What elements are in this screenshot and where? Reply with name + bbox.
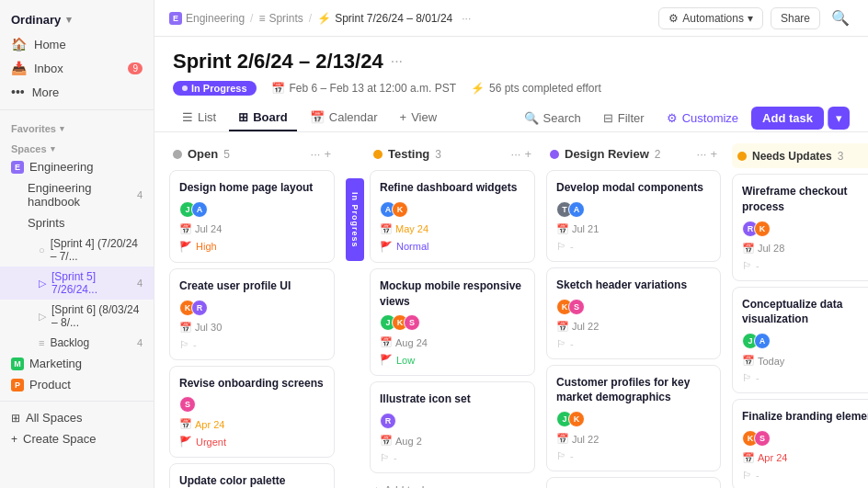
cal-icon: 📅 bbox=[742, 355, 755, 367]
share-button[interactable]: Share bbox=[771, 7, 820, 29]
sidebar-item-sprint6[interactable]: ▷ [Sprint 6] (8/03/24 – 8/... bbox=[0, 300, 154, 333]
app-name[interactable]: Ordinary ▾ bbox=[0, 7, 154, 32]
page-title-menu[interactable]: ··· bbox=[391, 53, 403, 70]
design-review-add-icon[interactable]: + bbox=[710, 147, 717, 161]
breadcrumb-sprints[interactable]: ≡ Sprints bbox=[258, 12, 303, 25]
eng-handbook-label: Engineering handbook bbox=[28, 181, 131, 209]
app-chevron: ▾ bbox=[66, 14, 72, 26]
cal-icon: 📅 bbox=[556, 321, 569, 333]
filter-label: Filter bbox=[618, 111, 645, 125]
cal-icon: 📅 bbox=[742, 452, 755, 464]
effort-meta: ⚡ 56 pts completed effort bbox=[471, 82, 601, 95]
calendar-tab-label: Calendar bbox=[329, 110, 378, 124]
testing-add-task[interactable]: + Add task bbox=[370, 479, 535, 488]
avatar-group: J A bbox=[742, 333, 771, 349]
avatar-group: R K bbox=[742, 221, 771, 237]
filter-action[interactable]: ⊟ Filter bbox=[594, 107, 654, 130]
sidebar-item-engineering[interactable]: E Engineering bbox=[0, 156, 154, 177]
needs-updates-count: 3 bbox=[838, 150, 844, 163]
design-review-menu-icon[interactable]: ··· bbox=[697, 147, 707, 161]
card-date: 📅 Today bbox=[742, 355, 868, 367]
view-tab-label: View bbox=[411, 110, 437, 124]
card-mobile-responsive[interactable]: Mockup mobile responsive views J K S 📅 A… bbox=[370, 268, 535, 377]
sidebar-item-inbox[interactable]: 📥 Inbox 9 bbox=[0, 56, 154, 80]
column-needs-updates: Needs Updates 3 ··· + Wireframe checkout… bbox=[732, 143, 868, 477]
sidebar-item-backlog[interactable]: ≡ Backlog 4 bbox=[0, 333, 154, 353]
sidebar-item-create-space[interactable]: + Create Space bbox=[0, 428, 154, 449]
flag-icon: 🚩 bbox=[179, 241, 192, 253]
card-meta: J K S bbox=[380, 314, 525, 331]
avatar-group: K S bbox=[742, 430, 771, 447]
open-dot bbox=[173, 150, 182, 159]
in-progress-badge: In Progress bbox=[173, 81, 257, 96]
card-data-visualization[interactable]: Conceptualize data visualization J A 📅 T… bbox=[732, 287, 868, 394]
app-title: Ordinary bbox=[11, 13, 61, 27]
search-button[interactable]: 🔍 bbox=[828, 6, 853, 30]
card-wireframe-checkout[interactable]: Wireframe checkout process R K 📅 Jul 28 … bbox=[732, 174, 868, 281]
automations-button[interactable]: ⚙ Automations ▾ bbox=[658, 7, 763, 29]
design-review-title: Design Review bbox=[565, 147, 649, 161]
open-add-icon[interactable]: + bbox=[324, 147, 331, 161]
flag-icon: 🏳 bbox=[742, 260, 752, 271]
open-column-actions[interactable]: ··· + bbox=[311, 147, 331, 161]
breadcrumb-engineering[interactable]: E Engineering bbox=[169, 12, 245, 25]
sidebar-item-home[interactable]: 🏠 Home bbox=[0, 32, 154, 56]
tab-view[interactable]: + View bbox=[391, 105, 447, 131]
sidebar-item-eng-handbook[interactable]: Engineering handbook 4 bbox=[0, 177, 154, 212]
avatar-2: K bbox=[392, 201, 408, 218]
card-icon-set[interactable]: Illustrate icon set R 📅 Aug 2 🏳 - bbox=[370, 381, 535, 473]
flag-icon: 🏳 bbox=[556, 338, 566, 349]
add-task-caret-button[interactable]: ▾ bbox=[828, 107, 850, 130]
board-tab-icon: ⊞ bbox=[238, 110, 248, 124]
testing-column-actions[interactable]: ··· + bbox=[511, 147, 531, 161]
sidebar-item-more[interactable]: ••• More bbox=[0, 80, 154, 104]
card-modal-components[interactable]: Develop modal components T A 📅 Jul 21 🏳 … bbox=[546, 170, 721, 262]
breadcrumb-sprint-current[interactable]: ⚡ Sprint 7/26/24 – 8/01/24 bbox=[317, 12, 452, 25]
tab-list[interactable]: ☰ List bbox=[173, 105, 225, 131]
card-color-palette[interactable]: Update color palette T 📅 Aug 8 🏳 - bbox=[169, 463, 335, 488]
flag-icon: 🚩 bbox=[380, 354, 393, 366]
sidebar-item-sprints[interactable]: Sprints bbox=[0, 212, 154, 233]
card-header-variations[interactable]: Sketch header variations K S 📅 Jul 22 🏳 … bbox=[546, 267, 721, 359]
sprint5-label: [Sprint 5] 7/26/24... bbox=[51, 270, 131, 296]
backlog-label: Backlog bbox=[50, 336, 89, 349]
breadcrumb-sep-2: / bbox=[309, 12, 312, 25]
search-action[interactable]: 🔍 Search bbox=[515, 107, 590, 130]
calendar-meta-icon: 📅 bbox=[271, 82, 285, 95]
sidebar-item-product[interactable]: P Product bbox=[0, 374, 154, 395]
avatar-2: S bbox=[568, 299, 585, 315]
avatar-group: J K S bbox=[380, 314, 420, 331]
sidebar-item-all-spaces[interactable]: ⊞ All Spaces bbox=[0, 407, 154, 428]
sidebar-item-sprint5[interactable]: ▷ [Sprint 5] 7/26/24... 4 bbox=[0, 267, 154, 300]
card-user-profile[interactable]: Create user profile UI K R 📅 Jul 30 🏳 - bbox=[169, 268, 335, 360]
card-dashboard-widgets[interactable]: Refine dashboard widgets A K 📅 May 24 🚩 … bbox=[370, 170, 535, 263]
sidebar-item-sprint4[interactable]: ○ [Sprint 4] (7/20/24 – 7/... bbox=[0, 233, 154, 267]
design-review-dot bbox=[550, 150, 559, 159]
needs-updates-dot bbox=[737, 152, 747, 161]
card-flag: 🚩 Low bbox=[380, 354, 525, 366]
card-notifications[interactable]: Rethink Default Notifications settings f… bbox=[546, 477, 721, 488]
open-menu-icon[interactable]: ··· bbox=[311, 147, 321, 161]
card-meta: T A bbox=[556, 201, 711, 218]
testing-menu-icon[interactable]: ··· bbox=[511, 147, 521, 161]
card-customer-profiles[interactable]: Customer profiles for key market demogra… bbox=[546, 365, 721, 472]
card-branding[interactable]: Finalize branding elements K S 📅 Apr 24 … bbox=[732, 399, 868, 488]
needs-updates-title: Needs Updates bbox=[752, 150, 832, 163]
favorites-section[interactable]: Favorites ▾ bbox=[0, 116, 154, 136]
topnav-ellipsis[interactable]: ··· bbox=[462, 12, 471, 25]
add-task-button[interactable]: Add task bbox=[751, 107, 824, 130]
spaces-section[interactable]: Spaces ▾ bbox=[0, 136, 154, 156]
card-design-home[interactable]: Design home page layout J A 📅 Jul 24 🚩 H… bbox=[169, 170, 335, 263]
cal-icon: 📅 bbox=[742, 243, 755, 255]
card-onboarding[interactable]: Revise onboarding screens S 📅 Apr 24 🚩 U… bbox=[169, 366, 335, 459]
testing-add-icon[interactable]: + bbox=[524, 147, 531, 161]
customize-action[interactable]: ⚙ Customize bbox=[657, 107, 748, 130]
design-review-column-actions[interactable]: ··· + bbox=[697, 147, 717, 161]
automations-caret: ▾ bbox=[748, 12, 753, 25]
card-meta: K S bbox=[742, 430, 868, 447]
tab-board[interactable]: ⊞ Board bbox=[229, 105, 297, 131]
tab-calendar[interactable]: 📅 Calendar bbox=[301, 105, 387, 131]
create-space-icon: + bbox=[11, 433, 17, 446]
sidebar-item-marketing[interactable]: M Marketing bbox=[0, 353, 154, 374]
top-nav: E Engineering / ≡ Sprints / ⚡ Sprint 7/2… bbox=[154, 0, 868, 37]
